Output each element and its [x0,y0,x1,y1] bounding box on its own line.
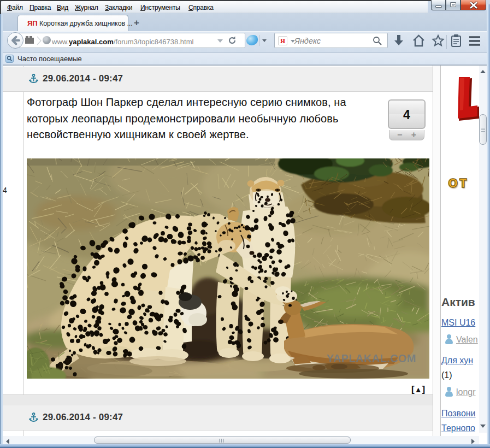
svg-text:YAPLAKAL.COM: YAPLAKAL.COM [327,352,416,364]
